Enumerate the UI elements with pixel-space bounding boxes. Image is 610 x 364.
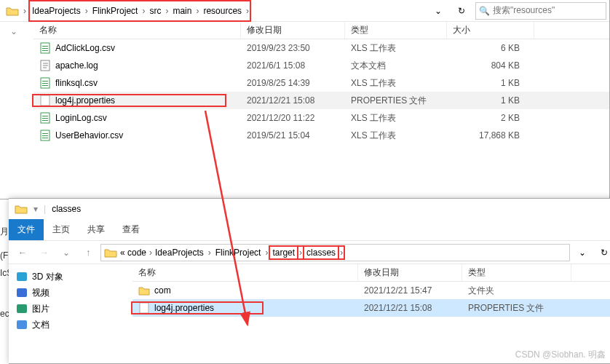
chevron-right-icon: › (299, 248, 302, 258)
file-name: UserBehavior.csv (55, 130, 123, 141)
nav-up-button[interactable]: ↑ (79, 243, 98, 262)
file-type: 文件夹 (462, 285, 571, 297)
file-type: 文本文档 (345, 60, 447, 72)
breadcrumb-item[interactable]: src (148, 6, 162, 16)
nav-item[interactable]: 文档 (16, 317, 132, 333)
3d-icon (16, 272, 28, 282)
arrow-up-icon: ↑ (86, 248, 90, 258)
breadcrumb-item[interactable]: IdeaProjects (154, 248, 205, 258)
breadcrumb-prefix[interactable]: « code (119, 248, 148, 258)
file-name: LoginLog.csv (55, 113, 107, 123)
file-date: 2021/12/21 15:47 (358, 285, 462, 296)
breadcrumb-item[interactable]: main (171, 6, 193, 16)
refresh-icon: ↻ (601, 248, 608, 258)
nav-history-button[interactable]: ⌄ (57, 243, 76, 262)
chevron-down-icon: ⌄ (63, 248, 70, 258)
svg-rect-18 (42, 133, 48, 134)
tab-file[interactable]: 文件 (9, 219, 44, 240)
nav-item-label: 视频 (32, 287, 49, 299)
col-date[interactable]: 修改日期 (358, 264, 462, 281)
file-name: log4j.properties (55, 95, 115, 106)
refresh-button[interactable]: ↻ (452, 2, 471, 20)
col-type[interactable]: 类型 (462, 264, 571, 281)
chevron-down-icon: ⌄ (579, 248, 586, 258)
table-row[interactable]: AdClickLog.csv2019/9/23 23:50XLS 工作表6 KB (33, 39, 609, 57)
col-date[interactable]: 修改日期 (241, 22, 345, 39)
search-icon: 🔍 (479, 6, 490, 16)
breadcrumb-item[interactable]: classes (305, 248, 337, 258)
chevron-right-icon: › (265, 248, 268, 258)
file-size: 17,868 KB (447, 130, 534, 141)
table-row[interactable]: UserBehavior.csv2019/5/21 15:04XLS 工作表17… (33, 127, 609, 144)
table-row[interactable]: apache.log2021/6/1 15:08文本文档804 KB (33, 57, 609, 74)
history-dropdown-button[interactable]: ⌄ (573, 244, 592, 261)
svg-rect-23 (17, 304, 27, 313)
chevron-right-icon: › (208, 248, 211, 258)
tab-view[interactable]: 查看 (114, 219, 148, 240)
chevron-right-icon: › (165, 6, 168, 16)
doc-icon (16, 320, 28, 330)
col-name[interactable]: 名称 (33, 22, 241, 39)
breadcrumb[interactable]: IdeaProjects›FlinkProject›src›main›resou… (31, 2, 249, 20)
file-icon (138, 303, 150, 313)
breadcrumb-item[interactable]: FlinkProject (91, 6, 140, 16)
file-date: 2019/9/23 23:50 (241, 43, 345, 53)
file-name: log4j.properties (154, 303, 214, 313)
refresh-icon: ↻ (458, 6, 465, 16)
refresh-button[interactable]: ↻ (595, 244, 610, 261)
table-row[interactable]: log4j.properties2021/12/21 15:08PROPERTI… (132, 299, 610, 317)
file-icon (39, 43, 51, 53)
table-row[interactable]: LoginLog.csv2021/12/20 11:22XLS 工作表2 KB (33, 109, 609, 127)
file-size: 6 KB (447, 43, 534, 53)
nav-forward-button[interactable]: → (35, 243, 54, 262)
arrow-right-icon: → (40, 248, 49, 258)
col-type[interactable]: 类型 (345, 22, 447, 39)
svg-rect-12 (41, 95, 49, 106)
nav-back-button[interactable]: ← (13, 243, 32, 262)
column-headers[interactable]: 名称 修改日期 类型 大小 (33, 22, 609, 39)
address-bar-row: › IdeaProjects›FlinkProject›src›main›res… (0, 0, 609, 22)
expand-toggle-icon[interactable]: ⌄ (10, 26, 17, 36)
file-type: XLS 工作表 (345, 42, 447, 55)
column-headers[interactable]: 名称 修改日期 类型 (132, 264, 610, 282)
chevron-right-icon: › (340, 248, 343, 258)
history-dropdown-button[interactable]: ⌄ (429, 2, 448, 20)
nav-item[interactable]: 3D 对象 (16, 269, 132, 285)
breadcrumb-item[interactable]: IdeaProjects (31, 6, 82, 16)
nav-pane: 3D 对象视频图片文档 (9, 264, 132, 363)
breadcrumb-item[interactable]: resources (202, 6, 243, 16)
table-row[interactable]: flinksql.csv2019/8/25 14:39XLS 工作表1 KB (33, 74, 609, 92)
breadcrumb-item[interactable]: target (271, 248, 296, 258)
col-name[interactable]: 名称 (132, 264, 358, 281)
file-icon (138, 285, 150, 296)
tab-share[interactable]: 共享 (79, 219, 114, 240)
file-icon (39, 130, 51, 141)
svg-rect-15 (42, 118, 48, 119)
explorer-window-resources: › IdeaProjects›FlinkProject›src›main›res… (0, 0, 610, 199)
file-name: apache.log (55, 60, 98, 71)
nav-item-label: 文档 (32, 319, 49, 331)
file-type: PROPERTIES 文件 (462, 302, 571, 314)
chevron-right-icon[interactable]: › (23, 6, 26, 16)
nav-tree: ⌄ (0, 22, 33, 199)
col-size[interactable]: 大小 (447, 22, 534, 39)
search-input[interactable]: 🔍 搜索"resources" (475, 2, 606, 20)
breadcrumb[interactable]: IdeaProjects›FlinkProject›target›classes… (154, 244, 343, 261)
breadcrumb-item[interactable]: FlinkProject (214, 248, 263, 258)
nav-item[interactable]: 视频 (16, 285, 132, 301)
svg-rect-24 (17, 320, 27, 329)
tab-home[interactable]: 主页 (44, 219, 79, 240)
table-row[interactable]: com2021/12/21 15:47文件夹 (132, 282, 610, 299)
file-date: 2021/12/21 15:08 (358, 303, 462, 313)
file-size: 804 KB (447, 60, 534, 71)
file-date: 2019/8/25 14:39 (241, 78, 345, 88)
svg-rect-19 (42, 135, 48, 136)
chevron-right-icon: › (142, 6, 145, 16)
nav-item-label: 图片 (32, 303, 49, 315)
nav-item[interactable]: 图片 (16, 301, 132, 317)
svg-rect-10 (42, 83, 48, 84)
table-row[interactable]: log4j.properties2021/12/21 15:08PROPERTI… (33, 92, 609, 109)
nav-row: ← → ⌄ ↑ « code › IdeaProjects›FlinkProje… (9, 241, 610, 264)
address-bar[interactable]: « code › IdeaProjects›FlinkProject›targe… (100, 244, 570, 261)
window-title-bar[interactable]: ▾ | classes (9, 199, 610, 219)
